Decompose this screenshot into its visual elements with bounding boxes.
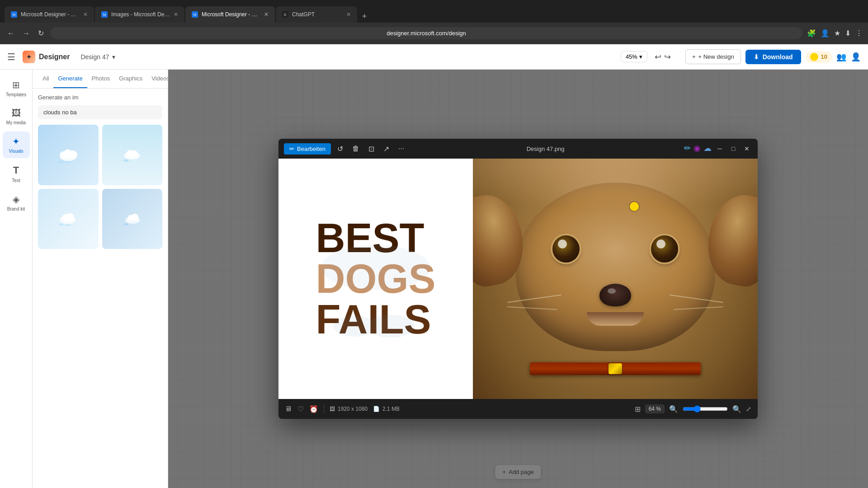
color-tool-1[interactable]: ✏ [684,143,691,154]
design-left-panel: BEST DOGS FAILS [278,159,473,399]
browser-download-icon[interactable]: ⬇ [845,29,851,38]
generate-label: Generate an im [38,94,162,101]
new-design-button[interactable]: + + New design [685,49,741,64]
svg-point-3 [64,149,71,156]
address-input[interactable] [50,27,802,39]
eye-highlight-right [656,239,665,249]
clock-icon[interactable]: ⏰ [309,405,318,413]
sidebar-item-visuals[interactable]: ✦ Visuals [3,131,30,158]
minimize-button[interactable]: ─ [714,143,725,154]
text-icon: T [13,164,19,176]
undo-button[interactable]: ↩ [655,52,661,62]
share-icon[interactable]: 👥 [836,52,846,62]
browser-bookmark-icon[interactable]: ★ [834,29,840,38]
image-thumb-3[interactable] [38,189,99,249]
browser-profile-icon[interactable]: 👤 [821,29,830,38]
undo-redo-group: ↩ ↪ [655,52,671,62]
tab-3-close[interactable]: ✕ [264,11,269,18]
tab-1[interactable]: M Microsoft Designer - Stunning ✕ [5,6,94,23]
edit-icon: ✏ [289,145,294,152]
zoom-out-icon[interactable]: 🔍 [669,405,678,413]
design-name-chevron: ▾ [112,53,115,61]
browser-menu-icon[interactable]: ⋮ [855,29,863,38]
footer-divider-1 [324,404,324,413]
file-icon: 📄 [373,406,380,412]
maximize-button[interactable]: □ [728,143,739,154]
left-sidebar: ⊞ Templates 🖼 My media ✦ Visuals T Text … [0,70,33,488]
cloud-svg-3 [57,210,80,228]
footer-dimensions-info: 🖼 868 x 488 [330,406,368,412]
tab-videos[interactable]: Videos [147,70,168,88]
svg-rect-14 [65,225,71,226]
image-icon: 🖼 [330,406,335,412]
crop-tool-button[interactable]: ⊡ [366,143,377,155]
tab-graphics[interactable]: Graphics [114,70,147,88]
nose-highlight [608,288,616,294]
color-tool-2[interactable]: ◉ [693,143,701,154]
tab-1-close[interactable]: ✕ [83,11,88,18]
redo-button[interactable]: ↪ [664,52,671,62]
modal-body: BEST DOGS FAILS [278,159,758,399]
tab-all[interactable]: All [38,70,53,88]
image-thumb-4[interactable] [102,189,163,249]
zoom-in-icon[interactable]: 🔍 [732,405,741,413]
dimensions-label: 868 x 488 [338,406,368,412]
dog-photo [473,159,758,399]
hamburger-menu[interactable]: ☰ [7,52,15,62]
dog-collar [530,362,701,375]
tab-3[interactable]: M Microsoft Designer - Stunning ✕ [185,6,275,23]
brandkit-icon: ◈ [13,194,19,205]
close-button[interactable]: ✕ [741,143,752,154]
fullscreen-left-icon[interactable]: ⊞ [635,405,641,413]
design-name-selector[interactable]: Design 47 ▾ [77,52,118,62]
back-button[interactable]: ← [5,28,16,39]
more-tool-button[interactable]: ··· [396,143,407,155]
svg-rect-5 [66,161,72,163]
refresh-button[interactable]: ↻ [36,27,46,39]
cloud-save-icon[interactable]: ☁ [703,143,712,154]
browser-extensions-icon[interactable]: 🧩 [807,29,816,38]
tab-generate[interactable]: Generate [53,70,87,88]
cloud-svg-2 [121,146,143,164]
image-thumb-1[interactable] [38,125,99,185]
download-button[interactable]: ⬇ Download [745,50,801,64]
export-tool-button[interactable]: ↗ [381,143,392,155]
delete-tool-button[interactable]: 🗑 [349,143,362,155]
tab-2[interactable]: M Images - Microsoft Designer ✕ [95,6,184,23]
sidebar-item-templates[interactable]: ⊞ Templates [3,75,30,102]
header-actions: + + New design ⬇ Download 10 👥 👤 [685,49,861,64]
sidebar-item-mymedia[interactable]: 🖼 My media [3,103,30,130]
tab-4-close[interactable]: ✕ [346,11,351,18]
svg-point-12 [66,213,74,221]
heart-icon[interactable]: ♡ [297,405,304,413]
tab-2-favicon: M [101,11,108,18]
tab-photos[interactable]: Photos [87,70,114,88]
coins-display: 10 [806,51,832,63]
sidebar-item-brandkit[interactable]: ◈ Brand kit [3,189,30,216]
svg-point-19 [321,245,430,290]
zoom-slider[interactable] [683,405,728,413]
forward-button[interactable]: → [21,28,32,39]
user-action-icons: 👥 👤 [836,52,861,62]
zoom-dropdown[interactable]: 45% ▾ [621,51,647,62]
tab-1-label: Microsoft Designer - Stunning [21,11,80,18]
tab-4[interactable]: C ChatGPT ✕ [276,6,357,23]
image-grid [38,125,162,249]
image-thumb-2[interactable] [102,125,163,185]
zoom-control: 45% ▾ [621,51,647,62]
tab-2-close[interactable]: ✕ [174,11,178,18]
zoom-slider-wrap [683,405,728,413]
edit-button[interactable]: ✏ Bearbeiten [284,143,331,155]
eye-highlight-left [558,239,567,249]
design-name-label: Design 47 [80,53,109,61]
profile-icon[interactable]: 👤 [851,52,861,62]
expand-icon[interactable]: ⤢ [746,405,751,413]
rotate-tool-button[interactable]: ↺ [335,143,346,155]
new-tab-button[interactable]: + [358,10,371,23]
zoom-chevron-icon: ▾ [639,53,642,60]
modal-zoom-pct: 64 % [645,404,665,413]
sidebar-item-text[interactable]: T Text [3,160,30,188]
logo-icon: ✦ [23,51,35,63]
monitor-icon[interactable]: 🖥 [285,405,292,413]
image-viewer-modal: ✏ Bearbeiten ↺ 🗑 ⊡ ↗ ··· Design 47.png ✏ [278,139,758,419]
